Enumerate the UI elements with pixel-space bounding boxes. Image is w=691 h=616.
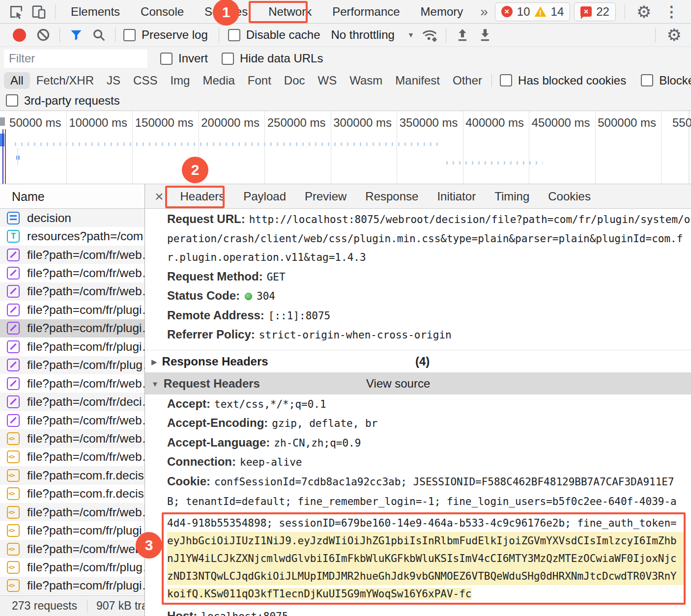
console-summary[interactable]: × 10 14 (495, 2, 570, 21)
request-name: file?path=/com/fr/plug… (27, 560, 144, 574)
error-icon: × (501, 6, 513, 17)
request-headers-section[interactable]: ▼Request Headers View source (145, 372, 691, 394)
file-type-icon (7, 506, 20, 519)
blocked-requests-checkbox[interactable]: Blocked Requests (641, 74, 691, 87)
request-name: file?path=/com/fr/web… (27, 450, 144, 464)
panel-tab[interactable]: Memory (410, 0, 474, 24)
export-har-icon[interactable] (474, 25, 496, 45)
table-row[interactable]: file?path=com.fr.decis… (0, 466, 144, 484)
inspect-element-icon[interactable] (5, 1, 28, 22)
timeline-gridline (661, 111, 662, 184)
resource-chip[interactable]: CSS (127, 72, 164, 89)
details-tab[interactable]: Preview (295, 184, 356, 209)
device-toolbar-icon[interactable] (28, 1, 50, 22)
resource-chip[interactable]: JS (100, 72, 127, 89)
table-row[interactable]: file?path=com/fr/plugi… (0, 319, 144, 337)
request-dashes (446, 161, 543, 165)
panel-tab[interactable]: Performance (322, 0, 410, 24)
host-header-field: Host:localhost:8075 (167, 607, 691, 616)
resource-chip[interactable]: Img (164, 72, 196, 89)
view-source-link[interactable]: View source (366, 372, 430, 394)
table-row[interactable]: file?path=/com/fr/web… (0, 282, 144, 301)
table-row[interactable]: file?path=/com/fr/web… (0, 503, 144, 521)
table-row[interactable]: file?path=/com/fr/web… (0, 429, 144, 448)
details-tab[interactable]: Payload (234, 184, 295, 209)
transfer-size: 907 kB tran (96, 599, 144, 613)
table-row[interactable]: file?path=com/fr/plugi… (0, 577, 144, 595)
file-type-icon (7, 230, 20, 243)
throttling-select[interactable]: No throttling ▼ (331, 28, 414, 42)
resource-chip[interactable]: Fetch/XHR (30, 72, 100, 89)
table-row[interactable]: file?path=com/fr/plugi… (0, 337, 144, 356)
table-row[interactable]: file?path=/com/fr/web… (0, 540, 144, 558)
details-tab[interactable]: Timing (485, 184, 539, 209)
table-row[interactable]: file?path=/com/fr/web… (0, 264, 144, 282)
request-header-field: Accept:text/css,*/*;q=0.1 (167, 394, 691, 414)
panel-tab[interactable]: Console (130, 0, 194, 24)
hide-data-urls-checkbox[interactable]: Hide data URLs (222, 52, 323, 65)
resource-chip[interactable]: Font (241, 72, 278, 89)
request-headers-title: Request Headers (164, 377, 260, 390)
resource-chip[interactable]: Manifest (389, 72, 446, 89)
more-options-icon[interactable]: ⋮ (658, 0, 685, 24)
table-row[interactable]: file?path=/com/fr/plug… (0, 356, 144, 374)
filter-input[interactable] (4, 50, 147, 68)
resource-chip[interactable]: Other (446, 72, 489, 89)
file-type-icon (7, 212, 20, 224)
table-row[interactable]: file?path=com.fr.decis… (0, 485, 144, 503)
header-field-label: Host: (167, 609, 197, 616)
disable-cache-checkbox[interactable]: Disable cache (228, 28, 320, 42)
preserve-log-label: Preserve log (142, 28, 208, 42)
third-party-checkbox[interactable]: 3rd-party requests (6, 94, 120, 108)
network-settings-gear-icon[interactable]: ⚙ (661, 24, 688, 47)
table-row[interactable]: resources?path=/com… (0, 227, 144, 245)
header-field-value: http://localhost:8075/webroot/decision/f… (167, 214, 690, 263)
table-row[interactable]: file?path=/com/fr/web… (0, 374, 144, 392)
table-row[interactable]: file?path=/com/fr/plug… (0, 558, 144, 576)
file-type-icon (7, 524, 20, 537)
error-count: 10 (517, 5, 530, 19)
table-row[interactable]: file?path=com/fr/plugi… (0, 521, 144, 539)
clear-icon[interactable] (32, 25, 55, 45)
divider (446, 28, 446, 42)
table-row[interactable]: file?path=/com/fr/web… (0, 246, 144, 264)
header-field-label: Accept-Language: (167, 436, 270, 449)
table-row[interactable]: file?path=/com/fr/web… (0, 411, 144, 429)
table-row[interactable]: file?path=/com/fr/web… (0, 448, 144, 466)
panel-tab[interactable]: Elements (60, 0, 130, 24)
preserve-log-checkbox[interactable]: Preserve log (123, 28, 208, 42)
response-headers-section[interactable]: ▶Response Headers (4) (145, 350, 691, 372)
settings-gear-icon[interactable]: ⚙ (630, 0, 658, 24)
name-column-header[interactable]: Name (0, 184, 144, 209)
close-devtools-icon[interactable]: × (685, 0, 691, 24)
resource-chip[interactable]: All (4, 72, 30, 89)
search-icon[interactable] (87, 25, 110, 45)
resource-chip[interactable]: Media (196, 72, 241, 89)
divider (491, 74, 492, 87)
import-har-icon[interactable] (451, 25, 474, 45)
table-row[interactable]: decision (0, 209, 144, 227)
resource-chip[interactable]: Wasm (343, 72, 389, 89)
has-blocked-cookies-checkbox[interactable]: Has blocked cookies (500, 74, 626, 87)
request-name: decision (27, 211, 71, 225)
header-field-value: GET (267, 271, 286, 283)
details-tab[interactable]: Initiator (428, 184, 485, 209)
timeline-overview[interactable]: 50000 ms100000 ms150000 ms200000 ms25000… (0, 111, 691, 184)
issues-summary[interactable]: × 22 (574, 2, 616, 21)
details-tab[interactable]: Response (356, 184, 428, 209)
resource-chip[interactable]: WS (312, 72, 344, 89)
table-row[interactable]: file?path=com/fr/plugi… (0, 301, 144, 319)
more-tabs-chevron-icon[interactable]: » (473, 4, 495, 20)
filter-funnel-icon[interactable] (65, 25, 87, 45)
invert-checkbox[interactable]: Invert (160, 52, 208, 65)
table-row[interactable]: file?path=/com/fr/deci… (0, 392, 144, 411)
general-header-field: Referrer Policy:strict-origin-when-cross… (167, 325, 691, 345)
request-name: file?path=com/fr/plugi… (27, 524, 144, 537)
divider (87, 600, 87, 613)
network-conditions-icon[interactable] (418, 25, 441, 45)
warning-icon (535, 6, 547, 17)
timeline-tick-label: 550 (672, 116, 691, 130)
resource-chip[interactable]: Doc (278, 72, 312, 89)
record-button[interactable] (13, 28, 26, 42)
details-tab[interactable]: Cookies (539, 184, 600, 209)
